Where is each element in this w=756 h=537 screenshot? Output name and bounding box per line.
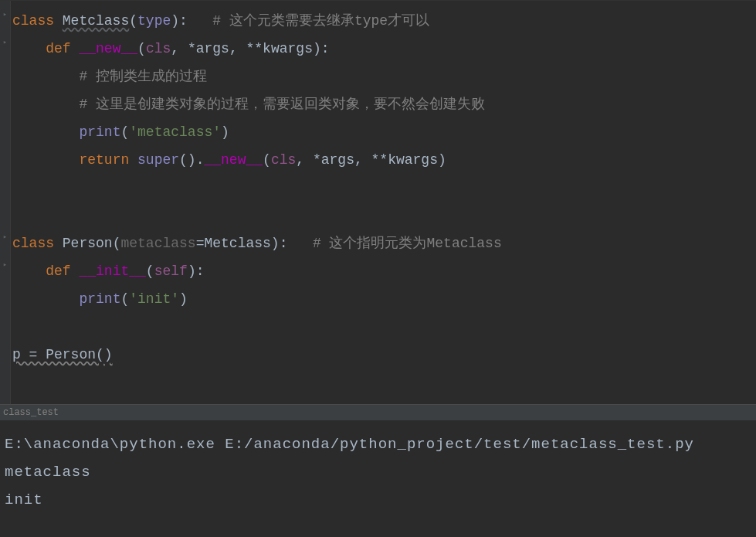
code-line[interactable]: # 这里是创建类对象的过程，需要返回类对象，要不然会创建失败 (12, 90, 756, 118)
code-line[interactable]: print('metaclass') (12, 118, 756, 146)
fold-icon[interactable]: ▸ (1, 12, 9, 20)
code-line[interactable] (12, 174, 756, 202)
code-line[interactable]: return super().__new__(cls, *args, **kwa… (12, 146, 756, 174)
code-line[interactable] (12, 202, 756, 229)
console-line: metaclass (3, 458, 753, 486)
console-line: E:\anaconda\python.exe E:/anaconda/pytho… (3, 430, 753, 458)
console-tab-label: class_test (3, 407, 59, 418)
code-editor[interactable]: ▸ ▸ ▸ ▸ class Metclass(type): # 这个元类需要去继… (0, 1, 756, 404)
code-line[interactable]: p = Person() (12, 341, 756, 369)
code-line[interactable] (12, 313, 756, 341)
gutter: ▸ ▸ ▸ ▸ (0, 1, 11, 404)
console-line: init (3, 486, 753, 514)
code-line[interactable]: def __new__(cls, *args, **kwargs): (12, 35, 756, 63)
code-content[interactable]: class Metclass(type): # 这个元类需要去继承type才可以… (0, 1, 756, 369)
code-line[interactable]: def __init__(self): (12, 257, 756, 285)
code-line[interactable]: # 控制类生成的过程 (12, 63, 756, 90)
fold-icon[interactable]: ▸ (1, 262, 9, 270)
console-tab[interactable]: class_test (0, 404, 756, 421)
fold-icon[interactable]: ▸ (1, 39, 9, 48)
code-line[interactable]: print('init') (12, 285, 756, 313)
console-output[interactable]: E:\anaconda\python.exe E:/anaconda/pytho… (0, 421, 756, 537)
code-line[interactable]: class Person(metaclass=Metclass): # 这个指明… (12, 229, 756, 257)
fold-icon[interactable]: ▸ (1, 234, 9, 243)
code-line[interactable]: class Metclass(type): # 这个元类需要去继承type才可以 (12, 7, 756, 35)
